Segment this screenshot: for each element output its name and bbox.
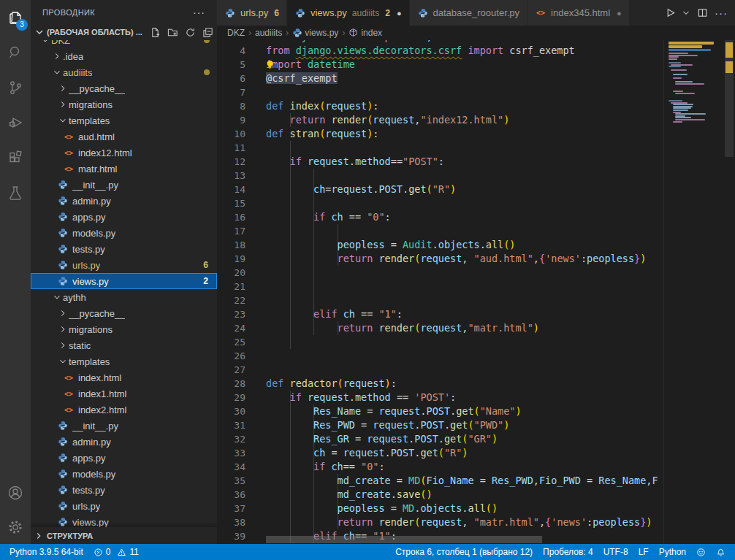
- tree-item-__init__.py[interactable]: __init__.py: [31, 177, 217, 193]
- more-actions-icon[interactable]: ···: [713, 5, 729, 21]
- tree-item-urls.py[interactable]: urls.py6: [31, 257, 217, 273]
- tree-item-aythh[interactable]: aythh: [31, 289, 217, 305]
- vertical-scrollbar-thumb[interactable]: [725, 40, 734, 157]
- language-mode-status[interactable]: Python: [654, 544, 691, 560]
- tab-urls.py[interactable]: urls.py6: [217, 0, 287, 26]
- account-icon[interactable]: [0, 475, 31, 510]
- tab-database_roouter.py[interactable]: database_roouter.py: [410, 0, 528, 26]
- code-token: [283, 128, 289, 139]
- code-token: (: [474, 405, 480, 417]
- collapse-all-icon[interactable]: [201, 26, 214, 39]
- tree-item-urls.py[interactable]: urls.py: [31, 498, 217, 514]
- tree-item-templates[interactable]: templates: [31, 112, 217, 129]
- tree-item-migrations[interactable]: migrations: [31, 321, 217, 337]
- new-file-icon[interactable]: [148, 26, 161, 39]
- settings-gear-icon[interactable]: [0, 510, 31, 544]
- tree-item-index12.html[interactable]: <>index12.html: [31, 145, 217, 161]
- encoding-status[interactable]: UTF-8: [598, 544, 633, 560]
- code-token: [266, 405, 313, 417]
- line-number: 17: [217, 224, 245, 238]
- sidebar-more-actions[interactable]: ···: [193, 7, 205, 18]
- tree-item-admin.py[interactable]: admin.py: [31, 434, 217, 450]
- code-token: return: [338, 322, 373, 334]
- run-dropdown-chevron-icon[interactable]: [681, 5, 691, 21]
- tree-item-index2.html[interactable]: <>index2.html: [31, 402, 217, 418]
- code-token: ): [646, 516, 652, 528]
- code-token: [266, 475, 338, 486]
- outline-section-header[interactable]: СТРУКТУРА: [31, 527, 217, 544]
- tab-views.py[interactable]: views.pyaudiiits2●: [287, 0, 410, 26]
- run-debug-icon[interactable]: [0, 105, 31, 140]
- breadcrumb[interactable]: DKZ›audiiits›views.py›index: [217, 26, 735, 40]
- horizontal-scrollbar[interactable]: [266, 536, 542, 543]
- code-token: ,: [533, 253, 539, 264]
- code-token: "POST": [403, 156, 438, 167]
- tree-item-apps.py[interactable]: apps.py: [31, 209, 217, 225]
- eol-status[interactable]: LF: [633, 544, 654, 560]
- explorer-icon[interactable]: 3: [0, 0, 31, 35]
- unsaved-dot[interactable]: ●: [397, 9, 402, 18]
- indentation-status[interactable]: Пробелов: 4: [538, 544, 598, 560]
- lightbulb-icon[interactable]: [264, 59, 275, 70]
- code-editor[interactable]: 3from aythh.models import MD,Audit4from …: [217, 40, 735, 544]
- tree-item-models.py[interactable]: models.py: [31, 466, 217, 482]
- tree-item-views.py[interactable]: views.py2: [31, 273, 217, 289]
- tree-item-admin.py[interactable]: admin.py: [31, 193, 217, 209]
- tree-item-migrations[interactable]: migrations: [31, 96, 217, 112]
- code-line-19: 19 return render(request, "aud.html",{'n…: [217, 252, 663, 266]
- extensions-icon[interactable]: [0, 140, 31, 175]
- overview-ruler[interactable]: [723, 40, 735, 544]
- code-viewport[interactable]: 3from aythh.models import MD,Audit4from …: [217, 40, 663, 544]
- python-file-icon: [57, 275, 69, 287]
- breadcrumb-item-index[interactable]: index: [349, 28, 382, 38]
- warning-marker: [726, 61, 733, 73]
- tree-item-index.html[interactable]: <>index.html: [31, 369, 217, 386]
- tree-item-index1.html[interactable]: <>index1.html: [31, 386, 217, 402]
- feedback-icon[interactable]: [691, 544, 711, 560]
- code-token: [302, 391, 308, 403]
- warning-marker: [726, 42, 733, 58]
- code-line-16: 16 if ch == "0":: [217, 210, 663, 224]
- tree-item-static[interactable]: static: [31, 337, 217, 353]
- line-number: 8: [217, 99, 245, 113]
- tree-item-__init__.py[interactable]: __init__.py: [31, 418, 217, 434]
- refresh-icon[interactable]: [183, 26, 197, 39]
- split-editor-icon[interactable]: [694, 5, 710, 21]
- python-interpreter-status[interactable]: Python 3.9.5 64-bit: [4, 544, 88, 560]
- search-icon[interactable]: [0, 35, 31, 70]
- breadcrumb-item-views.py[interactable]: views.py: [292, 28, 338, 38]
- unsaved-dot[interactable]: ●: [617, 9, 622, 18]
- chevron-right-icon: [34, 531, 44, 541]
- testing-icon[interactable]: [0, 175, 31, 210]
- code-token: render: [378, 516, 414, 528]
- tree-item-models.py[interactable]: models.py: [31, 225, 217, 241]
- code-token: redactor: [290, 377, 338, 389]
- tree-item-aud.html[interactable]: <>aud.html: [31, 129, 217, 145]
- run-button[interactable]: [662, 5, 678, 21]
- tree-item-__pycache__[interactable]: __pycache__: [31, 80, 217, 96]
- cursor-position-status[interactable]: Строка 6, столбец 1 (выбрано 12): [390, 544, 538, 560]
- problems-status[interactable]: 0 11: [88, 544, 144, 560]
- minimap[interactable]: [663, 40, 723, 544]
- tree-item-templates[interactable]: templates: [31, 353, 217, 369]
- tree-item-.idea[interactable]: .idea: [31, 48, 217, 64]
- code-token: Audit: [403, 239, 433, 250]
- tree-item-audiiits[interactable]: audiiits: [31, 64, 217, 80]
- tree-item-label: views.py: [72, 276, 109, 287]
- tree-item-tests.py[interactable]: tests.py: [31, 482, 217, 498]
- code-token: ): [515, 405, 521, 417]
- tab-index345.html[interactable]: <>index345.html●: [528, 0, 630, 26]
- tree-item-__pycache__[interactable]: __pycache__: [31, 305, 217, 321]
- source-control-icon[interactable]: [0, 70, 31, 105]
- breadcrumb-item-DKZ[interactable]: DKZ: [227, 28, 245, 38]
- breadcrumb-item-audiiits[interactable]: audiiits: [255, 28, 282, 38]
- code-token: aythh.models: [296, 40, 368, 42]
- tree-item-tests.py[interactable]: tests.py: [31, 241, 217, 257]
- python-file-icon: [57, 516, 69, 528]
- new-folder-icon[interactable]: [166, 26, 179, 39]
- tree-item-apps.py[interactable]: apps.py: [31, 450, 217, 466]
- indent-guide: [313, 224, 314, 238]
- tree-item-matr.html[interactable]: <>matr.html: [31, 161, 217, 177]
- workspace-section-header[interactable]: (РАБОЧАЯ ОБЛАСТЬ) ...: [31, 24, 217, 40]
- notifications-bell-icon[interactable]: [711, 544, 731, 560]
